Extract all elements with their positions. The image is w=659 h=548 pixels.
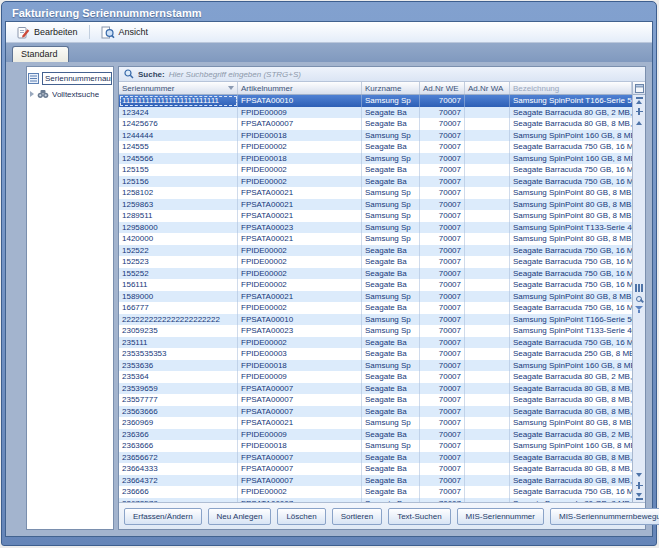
- table-row[interactable]: 1258102FPSATA00021Samsung Sp70007Samsung…: [119, 187, 632, 199]
- table-row[interactable]: 125155FPIDE00002Seagate Ba70007Seagate B…: [119, 164, 632, 176]
- cell-adnr_wa: [465, 475, 510, 487]
- cell-adnr_we: 70007: [420, 429, 465, 441]
- scroll-to-bottom-button[interactable]: [633, 491, 645, 502]
- table-row[interactable]: 1289511FPSATA00021Samsung Sp70007Samsung…: [119, 210, 632, 222]
- table-row[interactable]: 155252FPIDE00002Seagate Ba70007Seagate B…: [119, 268, 632, 280]
- cell-kurzname: Seagate Ba: [362, 256, 420, 268]
- scroll-down-button[interactable]: [633, 469, 645, 480]
- cell-adnr_wa: [465, 417, 510, 429]
- table-row[interactable]: 23557777FPSATA00007Seagate Ba70007Seagat…: [119, 394, 632, 406]
- table-row[interactable]: 2222222222222222222222FPSATA00010Samsung…: [119, 314, 632, 326]
- table-row[interactable]: 2360969FPSATA00021Samsung Sp70007Samsung…: [119, 417, 632, 429]
- table-row[interactable]: 166777FPIDE00002Seagate Ba70007Seagate B…: [119, 302, 632, 314]
- table-row[interactable]: 2353535353FPIDE00003Seagate Ba70007Seaga…: [119, 348, 632, 360]
- table-row[interactable]: 23059235FPSATA00023Samsung Sp70007Samsun…: [119, 325, 632, 337]
- grid-search-button[interactable]: [633, 293, 645, 304]
- column-chooser-button[interactable]: [633, 82, 645, 95]
- cell-kurzname: Seagate Ba: [362, 452, 420, 464]
- cell-seriennummer: 1589000: [119, 291, 238, 303]
- table-row[interactable]: 1245566FPIDE00018Samsung Sp70007Samsung …: [119, 153, 632, 165]
- column-header-artikelnummer[interactable]: Artikelnummer: [238, 82, 362, 94]
- table-row[interactable]: 23563666FPSATA00007Seagate Ba70007Seagat…: [119, 406, 632, 418]
- cell-kurzname: Seagate Ba: [362, 176, 420, 188]
- table-row[interactable]: 125156FPIDE00002Seagate Ba70007Seagate B…: [119, 176, 632, 188]
- scroll-page-up-icon: [636, 108, 643, 115]
- action-button-bar: Erfassen/Ändern Neu Anlegen Löschen Sort…: [119, 502, 645, 529]
- erfassen-aendern-button[interactable]: Erfassen/Ändern: [124, 508, 202, 525]
- table-row[interactable]: 12425676FPSATA00007Seagate Ba70007Seagat…: [119, 118, 632, 130]
- cell-seriennummer: 23656672: [119, 452, 238, 464]
- mis-seriennummer-button[interactable]: MIS-Seriennummer: [457, 508, 544, 525]
- cell-artikelnummer: FPSATA00023: [238, 325, 362, 337]
- text-suchen-button[interactable]: Text-Suchen: [388, 508, 450, 525]
- search-input[interactable]: Suche: Hier Suchbegriff eingeben (STRG+S…: [119, 67, 645, 82]
- table-row[interactable]: 1111111111111111111111111FPSATA00010Sams…: [119, 95, 632, 107]
- table-row[interactable]: 1589000FPSATA00021Samsung Sp70007Samsung…: [119, 291, 632, 303]
- cell-kurzname: Seagate Ba: [362, 463, 420, 475]
- table-row[interactable]: 152522FPIDE00002Seagate Ba70007Seagate B…: [119, 245, 632, 257]
- sortieren-button[interactable]: Sortieren: [332, 508, 382, 525]
- loeschen-button[interactable]: Löschen: [277, 508, 325, 525]
- cell-artikelnummer: FPSATA00010: [238, 314, 362, 326]
- table-row[interactable]: 1259863FPSATA00021Samsung Sp70007Samsung…: [119, 199, 632, 211]
- tree-item-seriennummernauswahl[interactable]: Seriennummernauswahl: [28, 71, 112, 85]
- table-row[interactable]: 23656672FPSATA00007Seagate Ba70007Seagat…: [119, 452, 632, 464]
- mis-seriennummernbewegungen-button[interactable]: MIS-Seriennummernbewegungen: [550, 508, 659, 525]
- bearbeiten-menu-button[interactable]: Bearbeiten: [10, 23, 85, 42]
- scroll-page-up-button[interactable]: [633, 106, 645, 117]
- cell-kurzname: Seagate Ba: [362, 406, 420, 418]
- scroll-page-down-icon: [636, 482, 643, 489]
- cell-adnr_we: 70007: [420, 475, 465, 487]
- cell-bezeichnung: Seagate Barracuda 80 GB, 2 MB, 7200: [510, 107, 632, 119]
- table-row[interactable]: 124555FPIDE00002Seagate Ba70007Seagate B…: [119, 141, 632, 153]
- table-row[interactable]: 235364FPIDE00009Seagate Ba70007Seagate B…: [119, 371, 632, 383]
- column-header-bezeichnung[interactable]: Bezeichnung: [510, 82, 632, 94]
- scroll-to-top-button[interactable]: [633, 95, 645, 106]
- cell-seriennummer: 124555: [119, 141, 238, 153]
- scroll-page-down-button[interactable]: [633, 480, 645, 491]
- cell-artikelnummer: FPSATA00007: [238, 452, 362, 464]
- column-header-label: Seriennummer: [122, 84, 174, 93]
- cell-adnr_wa: [465, 268, 510, 280]
- column-header-kurzname[interactable]: Kurzname: [362, 82, 420, 94]
- grid-columns-button[interactable]: [633, 282, 645, 293]
- scroll-up-icon: [636, 121, 642, 125]
- table-row[interactable]: 123424FPIDE00009Seagate Ba70007Seagate B…: [119, 107, 632, 119]
- table-row[interactable]: 12958000FPSATA00023Samsung Sp70007Samsun…: [119, 222, 632, 234]
- neu-anlegen-button[interactable]: Neu Anlegen: [208, 508, 272, 525]
- table-row[interactable]: 156111FPIDE00002Seagate Ba70007Seagate B…: [119, 279, 632, 291]
- tab-standard[interactable]: Standard: [12, 46, 69, 62]
- table-row[interactable]: 152523FPIDE00002Seagate Ba70007Seagate B…: [119, 256, 632, 268]
- sort-indicator-icon: [228, 86, 234, 90]
- cell-adnr_wa: [465, 371, 510, 383]
- cell-kurzname: Samsung Sp: [362, 360, 420, 372]
- table-row[interactable]: 23664333FPSATA00007Seagate Ba70007Seagat…: [119, 463, 632, 475]
- cell-artikelnummer: FPIDE00002: [238, 486, 362, 498]
- table-row[interactable]: 2353636FPIDE00018Samsung Sp70007Samsung …: [119, 360, 632, 372]
- cell-kurzname: Seagate Ba: [362, 245, 420, 257]
- cell-artikelnummer: FPIDE00009: [238, 429, 362, 441]
- grid-filter-button[interactable]: [633, 304, 645, 315]
- table-row[interactable]: 236666FPIDE00002Seagate Ba70007Seagate B…: [119, 486, 632, 498]
- cell-adnr_we: 70007: [420, 337, 465, 349]
- table-row[interactable]: 2363666FPIDE00018Samsung Sp70007Samsung …: [119, 440, 632, 452]
- table-row[interactable]: 1420000FPSATA00021Samsung Sp70007Samsung…: [119, 233, 632, 245]
- cell-artikelnummer: FPSATA00021: [238, 199, 362, 211]
- table-row[interactable]: 235111FPIDE00002Seagate Ba70007Seagate B…: [119, 337, 632, 349]
- scroll-up-button[interactable]: [633, 117, 645, 128]
- column-header-ad-nr-we[interactable]: Ad.Nr WE: [420, 82, 465, 94]
- column-header-seriennummer[interactable]: Seriennummer: [119, 82, 238, 94]
- cell-kurzname: Samsung Sp: [362, 187, 420, 199]
- table-row[interactable]: 23664372FPSATA00007Seagate Ba70007Seagat…: [119, 475, 632, 487]
- table-row[interactable]: 236366FPIDE00009Seagate Ba70007Seagate B…: [119, 429, 632, 441]
- table-row[interactable]: 1244444FPIDE00018Samsung Sp70007Samsung …: [119, 130, 632, 142]
- cell-kurzname: Seagate Ba: [362, 107, 420, 119]
- cell-artikelnummer: FPSATA00007: [238, 118, 362, 130]
- tree-item-volltextsuche[interactable]: Volltextsuche: [28, 87, 112, 101]
- column-header-ad-nr-wa[interactable]: Ad.Nr WA: [465, 82, 510, 94]
- scroll-down-icon: [636, 473, 642, 477]
- table-row[interactable]: 23539659FPSATA00007Seagate Ba70007Seagat…: [119, 383, 632, 395]
- ansicht-menu-button[interactable]: Ansicht: [94, 23, 156, 42]
- expander-icon[interactable]: [30, 91, 34, 97]
- cell-seriennummer: 236666: [119, 486, 238, 498]
